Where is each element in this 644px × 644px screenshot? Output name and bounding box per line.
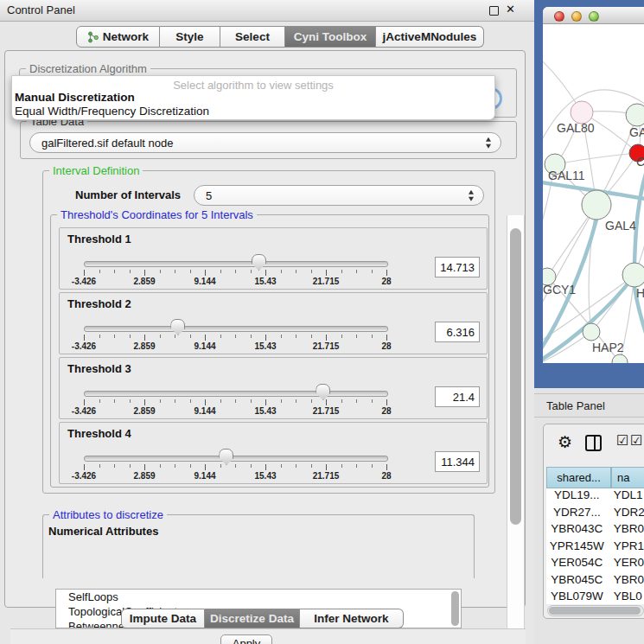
slider-ticks <box>84 270 386 277</box>
threshold-2-value-field[interactable]: 6.316 <box>435 322 480 342</box>
tick-label: -3.426 <box>72 471 96 481</box>
cyni-toolbox-panel: Discretization Algorithm Select algorith… <box>4 50 526 608</box>
tab-network[interactable]: Network <box>76 26 160 48</box>
table-row[interactable]: YBR045CYBR0 <box>546 573 644 590</box>
minimize-traffic-light-icon[interactable] <box>571 11 582 22</box>
threshold-1-value-field[interactable]: 14.713 <box>435 257 480 277</box>
scrollbar-thumb[interactable] <box>510 228 521 525</box>
slider-ticks <box>84 464 386 471</box>
tick-mark <box>372 399 373 403</box>
slider-thumb[interactable] <box>316 384 330 400</box>
number-of-intervals-combobox[interactable]: 5 <box>194 185 484 206</box>
threshold-2-panel: Threshold 2 -3.4262.8599.14415.4321.7152… <box>59 292 488 354</box>
tick-mark <box>341 270 342 273</box>
tick-mark <box>114 335 115 338</box>
slider-thumb[interactable] <box>219 449 233 465</box>
network-node-green[interactable] <box>583 323 600 341</box>
threshold-3-panel: Threshold 3 -3.4262.8599.14415.4321.7152… <box>59 357 488 419</box>
window-title: Control Panel <box>7 3 75 16</box>
cell-shared-name: YBR043C <box>546 522 608 539</box>
thresholds-group-title: Threshold's Coordinates for 5 Intervals <box>57 208 257 221</box>
checkbox-checked-icon[interactable]: ☑ <box>616 432 628 449</box>
table-row[interactable]: YBR043CYBR0 <box>546 522 644 539</box>
tick-label: 2.859 <box>133 406 155 416</box>
threshold-3-label: Threshold 3 <box>67 362 131 375</box>
cell-name: YDR2 <box>608 506 644 523</box>
apply-button[interactable]: Apply <box>220 634 272 644</box>
threshold-2-label: Threshold 2 <box>67 297 131 310</box>
tab-jactivemnodules-label: jActiveMNodules <box>383 30 477 43</box>
control-panel-window: Control Panel ✕ Network Style Select Cyn… <box>0 0 534 644</box>
cell-name: YER0 <box>608 556 644 573</box>
attribute-list-item[interactable]: SelfLoops <box>56 590 461 604</box>
tab-infer-network[interactable]: Infer Network <box>300 609 404 628</box>
tick-mark <box>281 399 282 403</box>
threshold-4-value-field[interactable]: 11.344 <box>435 451 480 472</box>
tick-mark <box>130 335 131 338</box>
tick-mark <box>326 464 327 470</box>
zoom-traffic-light-icon[interactable] <box>589 11 599 22</box>
threshold-4-label: Threshold 4 <box>67 427 131 440</box>
tab-jactivemnodules[interactable]: jActiveMNodules <box>376 26 484 48</box>
column-header-name[interactable]: na <box>611 467 644 488</box>
tick-label: 21.715 <box>313 277 340 286</box>
tab-style[interactable]: Style <box>160 26 220 48</box>
tick-mark <box>99 464 100 468</box>
tick-mark <box>281 335 282 338</box>
float-window-icon[interactable] <box>489 6 499 16</box>
tick-mark <box>281 270 282 273</box>
network-node-green[interactable] <box>582 190 611 220</box>
vertical-scrollbar[interactable] <box>507 215 525 628</box>
network-node-green[interactable] <box>622 263 644 287</box>
table-row[interactable]: YDR27...YDR2 <box>546 506 644 523</box>
tick-mark <box>84 399 85 405</box>
slider-thumb[interactable] <box>252 254 266 271</box>
network-node-green[interactable] <box>626 104 644 126</box>
horizontal-scrollbar[interactable] <box>547 605 644 616</box>
tick-mark <box>220 399 221 403</box>
tab-discretize-data[interactable]: Discretize Data <box>205 609 300 628</box>
close-traffic-light-icon[interactable] <box>554 11 564 22</box>
tick-mark <box>190 399 191 403</box>
tick-mark <box>341 399 342 403</box>
scrollbar-thumb[interactable] <box>549 607 641 615</box>
checkbox-checked-icon[interactable]: ☑ <box>630 432 642 449</box>
table-data-combobox[interactable]: galFiltered.sif default node <box>29 132 501 153</box>
list-scrollbar[interactable] <box>451 591 459 626</box>
tick-label: 28 <box>381 471 391 481</box>
gear-icon[interactable]: ⚙ <box>558 432 572 452</box>
tick-mark <box>144 399 145 405</box>
tick-mark <box>190 335 191 338</box>
attributes-group: Attributes to discretize Numerical Attri… <box>42 514 475 578</box>
column-header-shared[interactable]: shared... <box>546 467 611 488</box>
tick-mark <box>130 464 131 468</box>
tick-mark <box>311 270 312 273</box>
tab-select[interactable]: Select <box>220 26 285 48</box>
cell-name: YDL1 <box>608 488 644 506</box>
slider-thumb[interactable] <box>170 319 185 335</box>
combo-arrows-icon <box>469 190 474 201</box>
table-row[interactable]: YPR145WYPR1 <box>546 539 644 557</box>
screen: Control Panel ✕ Network Style Select Cyn… <box>0 0 644 644</box>
tab-cyni-toolbox-label: Cyni Toolbox <box>294 30 367 43</box>
table-row[interactable]: YBL079WYBL0 <box>546 590 644 604</box>
dropdown-option-equal-width[interactable]: Equal Width/Frequency Discretization <box>15 105 209 118</box>
tab-impute-data[interactable]: Impute Data <box>121 609 205 628</box>
tick-mark <box>251 399 252 403</box>
tab-cyni-toolbox[interactable]: Cyni Toolbox <box>285 26 376 48</box>
table-panel: ⚙ ☑ ☑ shared... na YDL19...YDL1YDR27...Y… <box>543 424 644 619</box>
close-icon[interactable]: ✕ <box>506 3 515 16</box>
network-node-label: GAL80 <box>557 121 595 135</box>
network-canvas[interactable]: GAL80GAGAL11CGAL4GCY1HHAP2 <box>543 24 644 363</box>
dropdown-option-manual[interactable]: Manual Discretization <box>15 91 135 104</box>
cell-shared-name: YDR27... <box>546 506 608 523</box>
column-layout-icon[interactable] <box>585 435 602 451</box>
table-row[interactable]: YER054CYER0 <box>546 556 644 573</box>
network-window-titlebar <box>543 7 644 24</box>
tick-mark <box>114 464 115 468</box>
threshold-3-value-field[interactable]: 21.4 <box>435 386 480 407</box>
network-node-label: GAL11 <box>548 169 585 182</box>
tick-label: 28 <box>381 406 391 416</box>
network-node-label: GCY1 <box>543 283 576 296</box>
table-row[interactable]: YDL19...YDL1 <box>546 488 644 506</box>
